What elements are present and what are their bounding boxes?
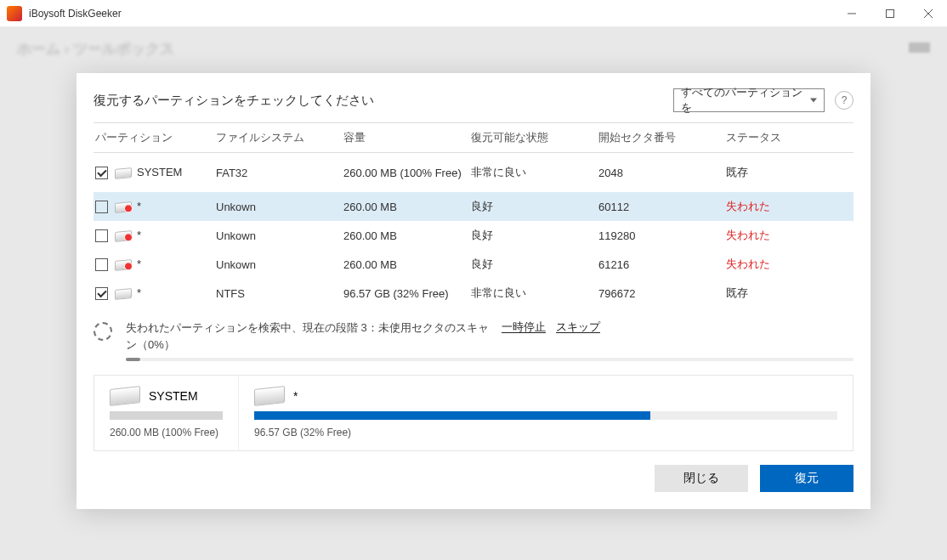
cell-capacity: 260.00 MB (100% Free)	[340, 161, 468, 184]
help-icon[interactable]: ?	[835, 91, 853, 110]
col-partition: パーティション	[94, 123, 213, 152]
cell-recover-state: 良好	[468, 194, 595, 219]
partition-name: *	[137, 286, 141, 299]
spinner-icon	[94, 322, 112, 341]
panel-title: 復元するパーティションをチェックしてください	[94, 93, 673, 109]
cell-status: 既存	[723, 160, 833, 185]
scan-progress-row: 失われたパーティションを検索中、現在の段階 3：未使用セクタのスキャン（0%） …	[94, 320, 853, 361]
cell-filesystem: Unkown	[213, 195, 340, 218]
cell-start-sector: 796672	[595, 282, 723, 305]
cell-start-sector: 2048	[595, 161, 723, 184]
maximize-button[interactable]	[870, 0, 909, 27]
cell-filesystem: NTFS	[213, 282, 340, 305]
row-checkbox[interactable]	[95, 201, 108, 213]
disk-icon	[115, 229, 132, 241]
cell-status: 失われた	[723, 252, 833, 277]
table-row[interactable]: *Unkown260.00 MB良好60112失われた	[94, 192, 853, 221]
cell-filesystem: FAT32	[213, 161, 340, 184]
disk-icon	[115, 167, 132, 178]
scan-message: 失われたパーティションを検索中、現在の段階 3：未使用セクタのスキャン（0%）	[126, 320, 491, 353]
restore-panel: 復元するパーティションをチェックしてください すべてのパーティションを ? パー…	[77, 73, 870, 509]
cell-capacity: 96.57 GB (32% Free)	[340, 282, 468, 305]
cell-recover-state: 良好	[468, 223, 595, 248]
partition-name: SYSTEM	[137, 166, 182, 178]
partition-name: *	[137, 257, 141, 270]
cell-status: 失われた	[723, 223, 833, 248]
cell-start-sector: 119280	[595, 224, 723, 247]
table-row[interactable]: SYSTEMFAT32260.00 MB (100% Free)非常に良い204…	[94, 153, 853, 192]
table-header: パーティション ファイルシステム 容量 復元可能な状態 開始セクタ番号 ステータ…	[94, 122, 853, 153]
app-icon	[7, 6, 22, 21]
cell-capacity: 260.00 MB	[340, 224, 468, 247]
table-row[interactable]: *NTFS96.57 GB (32% Free)非常に良い796672既存	[94, 279, 853, 308]
minimize-button[interactable]	[832, 0, 870, 27]
col-filesystem: ファイルシステム	[213, 123, 340, 152]
titlebar: iBoysoft DiskGeeker	[0, 0, 947, 27]
main-sub: 96.57 GB (32% Free)	[254, 427, 837, 438]
window-buttons	[832, 0, 947, 27]
app-title: iBoysoft DiskGeeker	[29, 8, 832, 20]
card-name: *	[293, 389, 298, 403]
skip-link[interactable]: スキップ	[556, 320, 600, 335]
col-status: ステータス	[723, 123, 833, 152]
disk-icon	[115, 201, 132, 212]
cell-status: 失われた	[723, 194, 833, 219]
table-row[interactable]: *Unkown260.00 MB良好119280失われた	[94, 221, 853, 250]
restore-button[interactable]: 復元	[760, 465, 853, 492]
table-row[interactable]: *Unkown260.00 MB良好61216失われた	[94, 250, 853, 279]
cell-capacity: 260.00 MB	[340, 195, 468, 218]
close-panel-button[interactable]: 閉じる	[655, 465, 748, 492]
breadcrumb: ホーム › ツールボックス	[17, 39, 174, 59]
system-disk-card[interactable]: SYSTEM 260.00 MB (100% Free)	[94, 376, 239, 450]
row-checkbox[interactable]	[95, 229, 108, 242]
partition-filter-select[interactable]: すべてのパーティションを	[673, 88, 825, 112]
partition-name: *	[137, 229, 141, 241]
partition-name: *	[137, 200, 141, 212]
close-button[interactable]	[909, 0, 947, 27]
partition-table: パーティション ファイルシステム 容量 復元可能な状態 開始セクタ番号 ステータ…	[94, 122, 853, 308]
filter-label: すべてのパーティションを	[681, 85, 803, 116]
cell-filesystem: Unkown	[213, 253, 340, 276]
main-usage-bar	[254, 411, 837, 420]
cell-start-sector: 61216	[595, 253, 723, 276]
main-disk-card[interactable]: * 96.57 GB (32% Free)	[239, 376, 853, 450]
row-checkbox[interactable]	[95, 258, 108, 271]
bg-accent	[909, 42, 930, 53]
col-start-sector: 開始セクタ番号	[595, 123, 723, 152]
cell-capacity: 260.00 MB	[340, 253, 468, 276]
disk-icon	[115, 258, 132, 270]
system-sub: 260.00 MB (100% Free)	[110, 427, 223, 438]
card-name: SYSTEM	[149, 389, 198, 403]
disk-cards: SYSTEM 260.00 MB (100% Free) * 96.57 GB …	[94, 375, 853, 451]
disk-icon	[115, 287, 132, 299]
cell-recover-state: 良好	[468, 252, 595, 277]
system-usage-bar	[110, 411, 223, 420]
cell-start-sector: 60112	[595, 195, 723, 218]
scan-progress-bar	[126, 358, 853, 361]
col-recover-state: 復元可能な状態	[468, 123, 595, 152]
cell-filesystem: Unkown	[213, 224, 340, 247]
col-capacity: 容量	[340, 123, 468, 152]
cell-recover-state: 非常に良い	[468, 160, 595, 185]
row-checkbox[interactable]	[95, 167, 108, 179]
disk-icon	[254, 386, 285, 406]
cell-status: 既存	[723, 280, 833, 306]
pause-link[interactable]: 一時停止	[502, 320, 546, 335]
cell-recover-state: 非常に良い	[468, 280, 595, 306]
button-row: 閉じる 復元	[94, 465, 853, 492]
disk-icon	[110, 386, 140, 406]
row-checkbox[interactable]	[95, 287, 108, 300]
svg-rect-0	[886, 9, 893, 17]
